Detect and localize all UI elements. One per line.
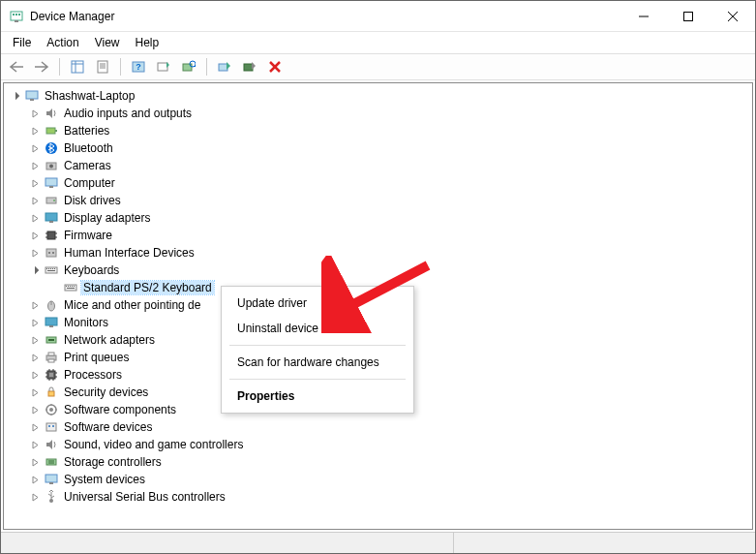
tree-node-cameras[interactable]: Cameras	[4, 157, 752, 174]
tree-node-disk-drives[interactable]: Disk drives	[4, 192, 752, 209]
chevron-right-icon[interactable]	[27, 179, 43, 188]
chevron-down-icon[interactable]	[8, 92, 23, 101]
tree-node-label: Mice and other pointing de	[62, 298, 202, 312]
svg-rect-3	[18, 14, 20, 15]
camera-icon	[43, 158, 60, 173]
bluetooth-icon	[43, 140, 60, 156]
chevron-right-icon[interactable]	[27, 441, 43, 449]
svg-rect-50	[48, 268, 49, 269]
chevron-right-icon[interactable]	[27, 388, 43, 397]
svg-rect-65	[49, 325, 53, 327]
svg-rect-23	[244, 64, 253, 71]
hid-icon	[43, 245, 60, 261]
tree-node-storage-controllers[interactable]: Storage controllers	[4, 453, 752, 471]
tree-node-label: Processors	[62, 368, 124, 382]
device-tree[interactable]: Shashwat-Laptop Audio inputs and outputs…	[3, 82, 753, 530]
ctx-uninstall-device[interactable]: Uninstall device	[222, 316, 413, 341]
tree-root[interactable]: Shashwat-Laptop	[4, 87, 752, 105]
ctx-properties[interactable]: Properties	[222, 384, 413, 409]
tree-node-system-devices[interactable]: System devices	[4, 471, 752, 488]
help-button[interactable]: ?	[127, 55, 150, 78]
chevron-down-icon[interactable]	[27, 266, 43, 275]
chevron-right-icon[interactable]	[27, 249, 43, 258]
maximize-button[interactable]	[666, 1, 711, 31]
chevron-right-icon[interactable]	[27, 214, 43, 223]
svg-rect-12	[98, 61, 107, 73]
svg-rect-49	[46, 268, 47, 269]
storage-icon	[43, 454, 60, 470]
svg-rect-6	[684, 12, 693, 20]
svg-rect-90	[52, 425, 54, 427]
menu-view[interactable]: View	[87, 34, 128, 51]
monitor-icon	[43, 315, 60, 330]
tree-node-firmware[interactable]: Firmware	[4, 227, 752, 244]
computer-icon	[43, 175, 60, 191]
chevron-right-icon[interactable]	[27, 458, 43, 467]
minimize-button[interactable]	[621, 1, 666, 31]
chevron-right-icon[interactable]	[27, 109, 43, 118]
svg-rect-2	[15, 14, 17, 15]
menubar: File Action View Help	[1, 32, 755, 53]
svg-point-46	[52, 252, 54, 254]
chevron-right-icon[interactable]	[27, 197, 43, 205]
chevron-right-icon[interactable]	[27, 493, 43, 502]
enable-button[interactable]	[213, 55, 236, 78]
tree-node-label: Computer	[62, 176, 117, 190]
tree-node-usb-controllers[interactable]: Universal Serial Bus controllers	[4, 488, 752, 506]
tree-node-batteries[interactable]: Batteries	[4, 122, 752, 139]
tree-node-display-adapters[interactable]: Display adapters	[4, 209, 752, 227]
menu-file[interactable]: File	[5, 34, 39, 51]
svg-rect-0	[11, 12, 22, 20]
show-hide-tree-button[interactable]	[66, 55, 89, 78]
tree-node-computer[interactable]: Computer	[4, 174, 752, 192]
svg-rect-69	[48, 353, 54, 355]
svg-rect-81	[48, 391, 54, 396]
close-button[interactable]	[711, 1, 755, 31]
svg-rect-54	[47, 270, 55, 271]
scan-hardware-button[interactable]	[177, 55, 200, 78]
system-icon	[43, 472, 60, 487]
tree-node-label: Display adapters	[62, 211, 152, 225]
tree-node-bluetooth[interactable]: Bluetooth	[4, 139, 752, 157]
chevron-right-icon[interactable]	[27, 423, 43, 432]
tree-node-sound-video-game[interactable]: Sound, video and game controllers	[4, 436, 752, 453]
tree-node-label: Firmware	[62, 229, 114, 242]
svg-rect-26	[26, 91, 38, 99]
properties-button[interactable]	[91, 55, 114, 78]
context-menu: Update driver Uninstall device Scan for …	[221, 286, 414, 414]
chevron-right-icon[interactable]	[27, 319, 43, 327]
tree-node-hid[interactable]: Human Interface Devices	[4, 244, 752, 262]
back-button[interactable]	[5, 55, 28, 78]
toolbar-separator	[206, 58, 207, 76]
tree-node-label: Cameras	[62, 159, 113, 172]
chevron-right-icon[interactable]	[27, 231, 43, 240]
chevron-right-icon[interactable]	[27, 162, 43, 170]
ctx-update-driver[interactable]: Update driver	[222, 291, 413, 316]
chevron-right-icon[interactable]	[27, 127, 43, 136]
chevron-right-icon[interactable]	[27, 301, 43, 310]
tree-node-keyboards[interactable]: Keyboards	[4, 262, 752, 279]
chevron-right-icon[interactable]	[27, 144, 43, 153]
update-driver-button[interactable]	[152, 55, 175, 78]
menu-help[interactable]: Help	[128, 34, 167, 51]
uninstall-button[interactable]	[263, 55, 287, 78]
titlebar: Device Manager	[1, 1, 755, 32]
tree-node-label: Disk drives	[62, 194, 123, 207]
toolbar-separator	[120, 58, 121, 76]
menu-action[interactable]: Action	[39, 34, 86, 51]
ctx-scan-hardware[interactable]: Scan for hardware changes	[222, 350, 413, 375]
svg-rect-67	[48, 339, 54, 341]
chevron-right-icon[interactable]	[27, 371, 43, 380]
chevron-right-icon[interactable]	[27, 336, 43, 345]
context-separator	[229, 345, 406, 346]
chevron-right-icon[interactable]	[27, 476, 43, 484]
svg-point-45	[48, 252, 50, 254]
chevron-right-icon[interactable]	[27, 406, 43, 415]
disable-button[interactable]	[238, 55, 261, 78]
chevron-right-icon[interactable]	[27, 354, 43, 362]
tree-node-label: Standard PS/2 Keyboard	[81, 281, 214, 294]
tree-node-audio[interactable]: Audio inputs and outputs	[4, 105, 752, 122]
tree-node-software-devices[interactable]: Software devices	[4, 418, 752, 436]
svg-rect-37	[45, 213, 57, 221]
forward-button[interactable]	[30, 55, 53, 78]
